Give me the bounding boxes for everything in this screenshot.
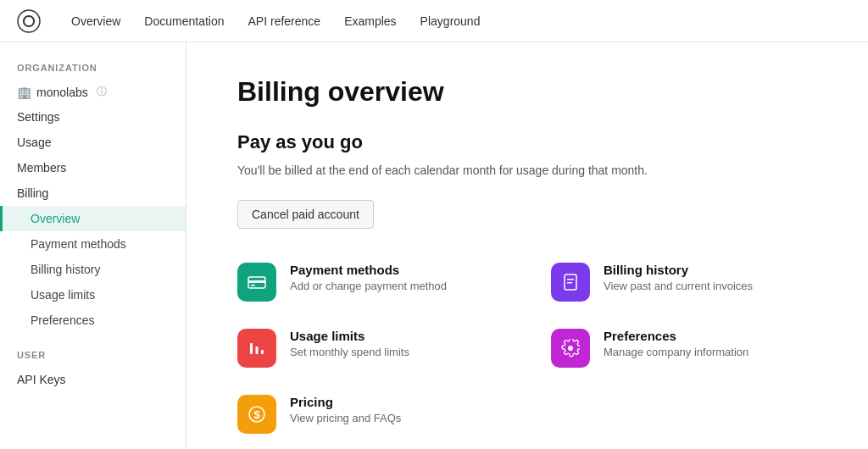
pricing-dollar-icon: $ xyxy=(237,395,276,434)
preferences-card[interactable]: Preferences Manage company information xyxy=(551,329,814,368)
section-description: You'll be billed at the end of each cale… xyxy=(237,162,817,180)
svg-rect-7 xyxy=(250,343,253,354)
sidebar-item-api-keys[interactable]: API Keys xyxy=(0,367,186,392)
user-section-label: USER xyxy=(0,350,186,360)
sidebar-item-billing[interactable]: Billing xyxy=(0,180,186,206)
sidebar-subitem-usage-limits[interactable]: Usage limits xyxy=(0,282,186,308)
nav-links: Overview Documentation API reference Exa… xyxy=(71,11,480,31)
sidebar-subitem-overview[interactable]: Overview xyxy=(0,206,186,231)
usage-limits-title: Usage limits xyxy=(290,329,409,343)
billing-history-card[interactable]: Billing history View past and current in… xyxy=(551,263,814,302)
svg-rect-2 xyxy=(248,280,265,283)
cancel-paid-account-button[interactable]: Cancel paid account xyxy=(237,200,374,229)
svg-rect-9 xyxy=(261,350,264,354)
nav-link-overview[interactable]: Overview xyxy=(71,11,120,31)
nav-link-documentation[interactable]: Documentation xyxy=(144,11,224,31)
usage-bar-icon xyxy=(237,329,276,368)
payment-methods-card[interactable]: Payment methods Add or change payment me… xyxy=(237,263,500,302)
sidebar-subitem-billing-history[interactable]: Billing history xyxy=(0,257,186,282)
page-title: Billing overview xyxy=(237,76,817,108)
sidebar-divider xyxy=(0,333,186,350)
billing-cards-grid: Payment methods Add or change payment me… xyxy=(237,263,814,434)
payment-methods-card-text: Payment methods Add or change payment me… xyxy=(290,263,447,292)
top-navigation: Overview Documentation API reference Exa… xyxy=(0,0,868,42)
billing-history-title: Billing history xyxy=(604,263,753,277)
org-section-label: ORGANIZATION xyxy=(0,63,186,73)
nav-link-playground[interactable]: Playground xyxy=(420,11,481,31)
section-title: Pay as you go xyxy=(237,131,817,153)
payment-methods-title: Payment methods xyxy=(290,263,447,277)
openai-logo xyxy=(17,9,41,33)
billing-history-card-text: Billing history View past and current in… xyxy=(604,263,753,292)
sidebar-item-members[interactable]: Members xyxy=(0,155,186,180)
svg-rect-5 xyxy=(567,279,574,280)
preferences-card-text: Preferences Manage company information xyxy=(604,329,748,358)
nav-link-api-reference[interactable]: API reference xyxy=(248,11,321,31)
preferences-desc: Manage company information xyxy=(604,346,748,358)
credit-card-icon xyxy=(237,263,276,302)
usage-limits-card-text: Usage limits Set monthly spend limits xyxy=(290,329,409,358)
pricing-desc: View pricing and FAQs xyxy=(290,412,401,424)
svg-text:$: $ xyxy=(253,408,260,421)
main-layout: ORGANIZATION 🏢 monolabs ⓘ Settings Usage… xyxy=(0,42,868,449)
svg-rect-3 xyxy=(251,285,255,286)
main-content: Billing overview Pay as you go You'll be… xyxy=(186,42,868,449)
sidebar-subitem-preferences[interactable]: Preferences xyxy=(0,308,186,333)
sidebar-item-usage[interactable]: Usage xyxy=(0,130,186,155)
billing-doc-icon xyxy=(551,263,590,302)
sidebar-subitem-payment-methods[interactable]: Payment methods xyxy=(0,231,186,257)
pricing-card[interactable]: $ Pricing View pricing and FAQs xyxy=(237,395,500,434)
org-icon: 🏢 xyxy=(17,86,31,99)
info-icon: ⓘ xyxy=(97,85,107,99)
payment-methods-desc: Add or change payment method xyxy=(290,280,447,292)
org-row: 🏢 monolabs ⓘ xyxy=(0,80,186,104)
nav-link-examples[interactable]: Examples xyxy=(344,11,396,31)
usage-limits-card[interactable]: Usage limits Set monthly spend limits xyxy=(237,329,500,368)
pricing-title: Pricing xyxy=(290,395,401,409)
pricing-card-text: Pricing View pricing and FAQs xyxy=(290,395,401,424)
usage-limits-desc: Set monthly spend limits xyxy=(290,346,409,358)
preferences-title: Preferences xyxy=(604,329,748,343)
org-name: monolabs xyxy=(36,86,88,99)
preferences-gear-icon xyxy=(551,329,590,368)
svg-rect-6 xyxy=(567,282,572,284)
sidebar: ORGANIZATION 🏢 monolabs ⓘ Settings Usage… xyxy=(0,42,186,449)
sidebar-item-settings[interactable]: Settings xyxy=(0,104,186,130)
billing-history-desc: View past and current invoices xyxy=(604,280,753,292)
svg-rect-8 xyxy=(256,346,259,354)
